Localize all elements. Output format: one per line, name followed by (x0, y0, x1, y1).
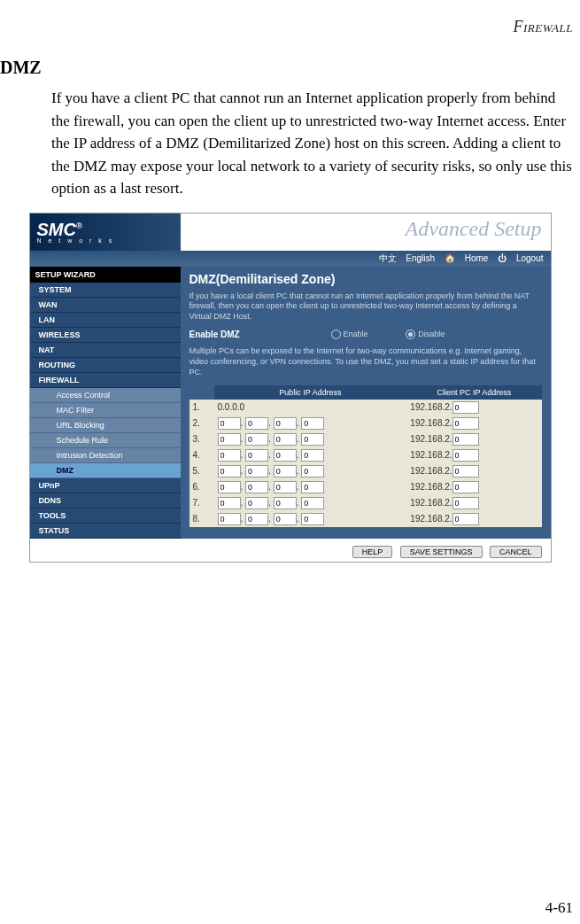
public-ip-octet[interactable] (245, 465, 268, 478)
home-link[interactable]: 🏠 Home (445, 253, 488, 263)
row-number: 2. (189, 415, 214, 431)
sidebar-sub-access-control[interactable]: Access Control (30, 388, 181, 403)
client-ip-input[interactable] (452, 497, 479, 509)
sidebar-item-firewall[interactable]: FIREWALL (30, 373, 181, 388)
language-bar: 中文 English 🏠 Home ⏻ Logout (30, 251, 551, 267)
public-ip-octet[interactable] (301, 433, 324, 446)
sidebar-item-nat[interactable]: NAT (30, 343, 181, 358)
sidebar-item-system[interactable]: SYSTEM (30, 283, 181, 298)
figure-top-bar: SMC® N e t w o r k s Advanced Setup (30, 214, 551, 251)
client-ip-input[interactable] (452, 417, 479, 430)
public-ip-cell: 0.0.0.0 (214, 400, 407, 415)
client-ip-cell: 192.168.2. (406, 447, 541, 463)
public-ip-octet[interactable] (301, 497, 324, 509)
save-settings-button[interactable]: SAVE SETTINGS (400, 546, 483, 558)
page-header: Firewall (0, 18, 580, 36)
client-ip-input[interactable] (452, 433, 479, 446)
client-ip-prefix: 192.168.2. (410, 514, 452, 524)
screenshot-figure: SMC® N e t w o r k s Advanced Setup 中文 E… (29, 213, 552, 563)
lang-english[interactable]: English (406, 253, 435, 263)
sidebar-item-wan[interactable]: WAN (30, 298, 181, 313)
public-ip-octet[interactable] (301, 513, 324, 525)
row-number: 5. (189, 463, 214, 479)
sidebar-item-wireless[interactable]: WIRELESS (30, 328, 181, 343)
enable-dmz-row: Enable DMZ Enable Disable (189, 330, 542, 340)
sidebar-sub-url-blocking[interactable]: URL Blocking (30, 418, 181, 433)
sidebar-item-upnp[interactable]: UPnP (30, 478, 181, 493)
public-ip-octet[interactable] (274, 513, 297, 525)
row-number: 8. (189, 511, 214, 527)
row-number: 4. (189, 447, 214, 463)
public-ip-octet[interactable] (301, 465, 324, 478)
public-ip-octet[interactable] (245, 417, 268, 430)
sidebar-item-lan[interactable]: LAN (30, 313, 181, 328)
panel-desc-1: If you have a local client PC that canno… (189, 291, 542, 322)
logout-link[interactable]: ⏻ Logout (498, 253, 543, 263)
sidebar-nav: SETUP WIZARD SYSTEMWANLANWIRELESSNATROUT… (30, 267, 181, 539)
table-row: 3.. . . 192.168.2. (189, 431, 542, 447)
public-ip-octet[interactable] (245, 433, 268, 446)
public-ip-octet[interactable] (245, 513, 268, 525)
client-ip-input[interactable] (452, 465, 479, 478)
public-ip-octet[interactable] (245, 449, 268, 462)
public-ip-cell: . . . (214, 415, 407, 431)
disable-radio[interactable]: Disable (406, 330, 445, 338)
public-ip-octet[interactable] (274, 465, 297, 478)
logo-subtext: N e t w o r k s (37, 237, 115, 244)
public-ip-octet[interactable] (274, 417, 297, 430)
public-ip-octet[interactable] (274, 449, 297, 462)
content-panel: DMZ(Demilitarised Zone) If you have a lo… (181, 267, 551, 539)
sidebar-sub-dmz[interactable]: DMZ (30, 463, 181, 478)
client-ip-prefix: 192.168.2. (410, 498, 452, 508)
sidebar-sub-intrusion-detection[interactable]: Intrusion Detection (30, 448, 181, 463)
client-ip-input[interactable] (452, 449, 479, 462)
public-ip-octet[interactable] (301, 481, 324, 493)
client-ip-cell: 192.168.2. (406, 431, 541, 447)
public-ip-octet[interactable] (218, 497, 241, 509)
public-ip-octet[interactable] (218, 433, 241, 446)
public-ip-octet[interactable] (274, 433, 297, 446)
public-ip-cell: . . . (214, 463, 407, 479)
col-public-ip: Public IP Address (214, 385, 407, 400)
public-ip-octet[interactable] (274, 497, 297, 509)
client-ip-cell: 192.168.2. (406, 415, 541, 431)
public-ip-octet[interactable] (218, 449, 241, 462)
client-ip-input[interactable] (452, 401, 479, 414)
enable-radio[interactable]: Enable (331, 330, 368, 338)
sidebar-sub-mac-filter[interactable]: MAC Filter (30, 403, 181, 418)
public-ip-octet[interactable] (218, 513, 241, 525)
button-row: HELP SAVE SETTINGS CANCEL (30, 539, 551, 562)
cancel-button[interactable]: CANCEL (490, 546, 542, 558)
client-ip-input[interactable] (452, 513, 479, 525)
public-ip-cell: . . . (214, 479, 407, 495)
sidebar-item-status[interactable]: STATUS (30, 524, 181, 539)
client-ip-cell: 192.168.2. (406, 463, 541, 479)
public-ip-octet[interactable] (218, 417, 241, 430)
public-ip-octet[interactable] (245, 497, 268, 509)
sidebar-setup-wizard[interactable]: SETUP WIZARD (30, 267, 181, 283)
sidebar-item-ddns[interactable]: DDNS (30, 493, 181, 509)
table-row: 5.. . . 192.168.2. (189, 463, 542, 479)
public-ip-octet[interactable] (218, 465, 241, 478)
public-ip-octet[interactable] (218, 481, 241, 493)
advanced-setup-title: Advanced Setup (406, 217, 542, 241)
client-ip-prefix: 192.168.2. (410, 482, 452, 492)
help-button[interactable]: HELP (352, 546, 393, 558)
row-number: 6. (189, 479, 214, 495)
row-number: 1. (189, 400, 214, 415)
row-number: 3. (189, 431, 214, 447)
sidebar-item-tools[interactable]: TOOLS (30, 509, 181, 524)
public-ip-octet[interactable] (301, 449, 324, 462)
table-row: 4.. . . 192.168.2. (189, 447, 542, 463)
public-ip-octet[interactable] (274, 481, 297, 493)
client-ip-prefix: 192.168.2. (410, 450, 452, 460)
lang-chinese[interactable]: 中文 (379, 253, 397, 263)
col-client-ip: Client PC IP Address (406, 385, 541, 400)
client-ip-input[interactable] (452, 481, 479, 493)
sidebar-item-routing[interactable]: ROUTING (30, 358, 181, 373)
public-ip-octet[interactable] (301, 417, 324, 430)
client-ip-cell: 192.168.2. (406, 511, 541, 527)
sidebar-sub-schedule-rule[interactable]: Schedule Rule (30, 433, 181, 448)
panel-desc-2: Multiple PCs can be exposed to the Inter… (189, 346, 542, 377)
public-ip-octet[interactable] (245, 481, 268, 493)
